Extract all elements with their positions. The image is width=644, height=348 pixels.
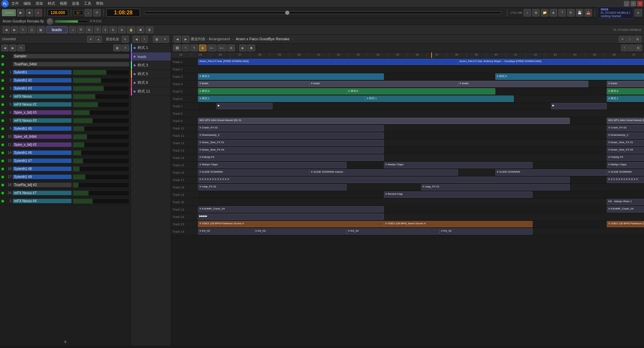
clip[interactable]: X KS_02 bbox=[347, 228, 440, 235]
timeline-mark-33[interactable]: 33 bbox=[348, 52, 368, 58]
clip[interactable]: X 样式 1 bbox=[198, 96, 365, 102]
clip[interactable]: X 样式 6 bbox=[347, 88, 495, 95]
mixer-btn[interactable]: ⊞ bbox=[532, 9, 540, 16]
channel-row[interactable]: TruePian_64bit bbox=[0, 60, 131, 68]
pat-list-nav[interactable]: ◀ bbox=[133, 36, 140, 43]
pat-del-btn[interactable]: 🗑 bbox=[146, 26, 153, 33]
arr-tool-select[interactable]: ↖ bbox=[182, 45, 190, 51]
timeline-mark-41[interactable]: 41 bbox=[506, 52, 526, 58]
channel-pattern[interactable] bbox=[73, 150, 130, 156]
channel-name[interactable]: Sylenth1 #3 bbox=[13, 86, 71, 91]
track-content[interactable]: X leadsX leadsX leadsX leadsX leads bbox=[198, 80, 644, 88]
clip[interactable]: X Down_Sine_FX 01 bbox=[607, 140, 644, 146]
track-content[interactable]: X SLIDE DOWNNNX SLIDE DOWNNN manseX SLID… bbox=[198, 169, 644, 176]
channel-led[interactable] bbox=[1, 71, 4, 74]
track-content[interactable]: X rclap_FX 01X rclap_FX 01X rclap_FX 01X… bbox=[198, 184, 644, 191]
channel-row[interactable]: 1Sylenth1 bbox=[0, 68, 131, 76]
clip[interactable]: X VDE3 128 BPM Pantheon Drums 4 bbox=[198, 221, 384, 227]
metronome-btn[interactable]: ♩ bbox=[85, 9, 92, 16]
clip[interactable]: X VDE3 128 BPM_theon Drums 4 bbox=[384, 221, 533, 227]
timeline-mark-35[interactable]: 35 bbox=[388, 52, 408, 58]
window-maximize[interactable]: □ bbox=[631, 1, 636, 6]
arr-extra[interactable]: ⊞ bbox=[634, 36, 641, 43]
timeline-mark-38[interactable]: 38 bbox=[447, 52, 467, 58]
track-content[interactable]: X Downsweep_2X Downsweep_2X Downsweep_2 bbox=[198, 132, 644, 139]
pat-list-add[interactable]: + bbox=[141, 36, 148, 43]
arr-tool-draw[interactable]: ✎ bbox=[191, 45, 198, 51]
channel-pattern[interactable] bbox=[73, 166, 130, 172]
channel-name[interactable]: Sylenth1 bbox=[13, 70, 71, 74]
arr-zoom-out[interactable]: - bbox=[628, 45, 634, 51]
plugin-btn[interactable]: ◈ bbox=[550, 9, 557, 16]
clip[interactable]: X Martyn Claps bbox=[384, 162, 533, 168]
arr-record[interactable]: ⏺ bbox=[247, 45, 255, 51]
pattern-item-pat-3[interactable]: 样式 3 bbox=[131, 61, 171, 70]
channel-row[interactable]: 5reFX Nexus #2 bbox=[0, 101, 131, 109]
window-minimize[interactable]: _ bbox=[624, 1, 629, 6]
channel-row[interactable]: 16Sylenth1 #8 bbox=[0, 165, 131, 173]
arr-tool-zoom[interactable]: ⟵ bbox=[217, 45, 227, 51]
clip[interactable]: X rclap_FX 01 bbox=[198, 184, 347, 190]
arr-tool-erase[interactable]: ⟵ bbox=[207, 45, 216, 51]
arr-snap[interactable]: ⊞ bbox=[228, 45, 235, 51]
channel-led[interactable] bbox=[1, 192, 4, 194]
menu-item-工具[interactable]: 工具 bbox=[82, 0, 93, 7]
arr-tool-paint[interactable]: ◉ bbox=[199, 45, 206, 51]
pat-list-view[interactable]: ▦ bbox=[153, 36, 161, 43]
clip[interactable]: X 样式 5 bbox=[495, 73, 644, 80]
timeline-mark-44[interactable]: 44 bbox=[565, 52, 585, 58]
track-content[interactable]: X Down_Sine_FX 01X Down_Sine_FX 01X Down… bbox=[198, 139, 644, 147]
pat-grid-btn[interactable]: ▦ bbox=[37, 26, 45, 33]
timeline-mark-24[interactable]: 24 bbox=[171, 52, 191, 58]
arrangement-timeline[interactable]: 2425262728293031323334353637383940414243… bbox=[171, 52, 644, 58]
clip[interactable]: X Down_Sine_FX 04 bbox=[198, 147, 384, 154]
track-content[interactable]: WO-SP3 John Vocal Hoover [01 01WO-SP3 Jo… bbox=[198, 117, 644, 124]
clip[interactable]: X rclap_FX 01 bbox=[421, 184, 570, 190]
pat-draw-tool[interactable]: ✎ bbox=[19, 26, 27, 33]
clip[interactable]: X X X X X X X X X X X X bbox=[198, 177, 570, 183]
channel-pattern[interactable] bbox=[73, 78, 130, 83]
timeline-mark-25[interactable]: 25 bbox=[191, 52, 211, 58]
arr-tool-pencil[interactable]: ▦ bbox=[173, 45, 181, 51]
menu-item-视图[interactable]: 视图 bbox=[58, 0, 69, 7]
channel-led[interactable] bbox=[1, 200, 4, 202]
track-content[interactable]: ▶▶▶▶ bbox=[198, 213, 644, 220]
track-content[interactable]: X KSHMR_Crash_04X KSHMR_Crash_04 bbox=[198, 206, 644, 213]
browser-btn[interactable]: 📁 bbox=[541, 9, 548, 16]
channel-name[interactable]: Spire_x_bit] #2 bbox=[13, 142, 71, 147]
clip[interactable]: ▶▶▶▶ bbox=[198, 214, 384, 220]
ch-rack-close[interactable]: ✕ bbox=[122, 36, 129, 43]
track-content[interactable]: X Crash_FX 02X Crash_FX 02 bbox=[198, 125, 644, 132]
pat-nav-back[interactable]: ◀ bbox=[3, 26, 10, 33]
pat-mute-btn[interactable]: ⊗ bbox=[118, 26, 126, 33]
channel-row[interactable]: 2Sylenth1 #2 bbox=[0, 76, 131, 84]
channel-row[interactable]: 3Sylenth1 #3 bbox=[0, 84, 131, 93]
channel-name[interactable]: TruePian_64bit bbox=[13, 62, 129, 66]
channel-pattern[interactable] bbox=[73, 190, 130, 196]
channel-row[interactable]: 2reFX Nexus #4 bbox=[0, 197, 131, 205]
menu-item-帮助[interactable]: 帮助 bbox=[94, 0, 105, 7]
timeline-mark-47[interactable]: 47 bbox=[624, 52, 644, 58]
song-mode-btn[interactable]: SONG bbox=[2, 9, 16, 16]
window-close[interactable]: × bbox=[637, 1, 643, 6]
track-content[interactable] bbox=[198, 110, 644, 117]
channel-name[interactable]: Sylenth1 #6 bbox=[13, 151, 71, 155]
channel-led[interactable] bbox=[1, 135, 4, 138]
clip[interactable]: X SLIDE DOWNNN bbox=[607, 169, 644, 176]
channel-led[interactable] bbox=[1, 168, 4, 170]
ch-rack-down[interactable]: ▾ bbox=[87, 36, 94, 43]
channel-name[interactable]: Sylenth1 #5 bbox=[13, 126, 71, 131]
channel-name[interactable]: reFX Nexus #7 bbox=[13, 191, 71, 195]
timeline-mark-42[interactable]: 42 bbox=[526, 52, 546, 58]
channel-led[interactable] bbox=[1, 55, 4, 58]
timeline-mark-45[interactable]: 45 bbox=[585, 52, 605, 58]
channel-pattern[interactable] bbox=[73, 126, 130, 131]
ch-tool-1[interactable]: ◀ bbox=[1, 45, 8, 51]
clip[interactable]: X Crash_FX 02 bbox=[607, 125, 644, 131]
clip[interactable]: X 样式 1 bbox=[365, 96, 514, 102]
clip[interactable]: Arsen_FALCO feat. Anthony Meyer – Goodby… bbox=[458, 59, 644, 65]
pat-prev-btn[interactable]: ◁ bbox=[69, 26, 76, 33]
clip[interactable]: ▶ bbox=[216, 103, 272, 109]
clip[interactable]: X leads bbox=[607, 81, 644, 87]
pattern-item-pat-leads[interactable]: leads bbox=[131, 52, 171, 61]
